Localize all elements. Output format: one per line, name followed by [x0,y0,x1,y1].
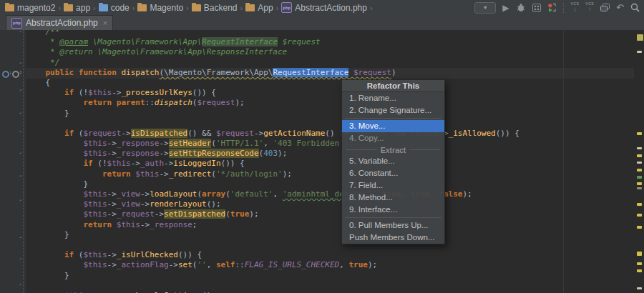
code-line: $this->_view->renderLayout(); [26,199,519,209]
popup-item-1-rename[interactable]: 1. Rename... [342,92,444,104]
fold-marker[interactable]: ˆ [19,153,22,159]
chevron-down-icon: ▼ [483,5,488,10]
fold-marker[interactable]: ˆ [19,237,22,243]
popup-item-9-interface[interactable]: 9. Interface... [342,204,444,216]
breadcrumb-item-magento2[interactable]: magento2 [5,3,55,13]
popup-title: Refactor This [342,80,444,92]
chevron-right-icon: › [132,4,135,12]
folder-icon [64,4,73,11]
php-file-icon: php [281,2,292,13]
code-line: return parent::dispatch($request); [26,98,519,108]
code-line: } [26,271,519,281]
code-line: * @param \Magento\Framework\App\RequestI… [26,37,519,47]
fold-marker[interactable]: ˆ [19,131,22,137]
popup-item-push-members-down[interactable]: Push Members Down... [342,232,444,244]
stripe-mark[interactable] [637,132,642,135]
folder-icon [192,4,201,11]
run-button[interactable]: ▶ [502,2,509,14]
popup-group-extract: Extract [342,144,444,155]
stripe-mark[interactable] [637,34,643,41]
popup-item-7-field[interactable]: 7. Field... [342,179,444,192]
breadcrumb-label: AbstractAction.php [295,3,367,13]
error-stripe[interactable] [635,30,644,293]
breadcrumb-item-app[interactable]: App [245,3,273,13]
chevron-right-icon: › [276,4,279,12]
popup-item-8-method[interactable]: 8. Method... [342,192,444,204]
popup-item-5-variable[interactable]: 5. Variable... [342,155,444,167]
code-line: $this->_actionFlag->set('', self::FLAG_I… [26,260,519,270]
breadcrumb-item-abstractaction-php[interactable]: phpAbstractAction.php [281,2,367,13]
chevron-right-icon: › [186,4,189,12]
stripe-mark[interactable] [637,203,642,206]
code-line: public function dispatch(\Magento\Framew… [26,68,519,78]
fold-marker[interactable]: ˇ [19,31,22,37]
editor[interactable]: ˇˆˇˆˆˆˆˆˆˆˆˆ ↓ ↑ /** * @param \Magento\F… [0,30,644,293]
breadcrumb-item-magento[interactable]: Magento [137,3,183,13]
breadcrumb-item-app[interactable]: app [64,3,90,13]
fold-marker[interactable]: ˆ [19,90,22,96]
breadcrumb: magento2›app›code›Magento›Backend›App›ph… [0,2,375,13]
breadcrumb-item-backend[interactable]: Backend [192,3,238,13]
stripe-mark[interactable] [637,187,642,189]
close-icon[interactable]: × [103,19,107,27]
popup-item-0-pull-members-up[interactable]: 0. Pull Members Up... [342,219,444,232]
tab-bar: php AbstractAction.php × [0,15,644,31]
popup-item-2-change-signature[interactable]: 2. Change Signature... [342,104,444,116]
code-line: $this->_view->loadLayout(array('default'… [26,189,519,199]
toolbar-separator [563,3,565,13]
fold-marker[interactable]: ˆ [19,284,22,290]
code-line: } [26,230,519,240]
stripe-mark[interactable] [637,169,642,172]
code-area[interactable]: /** * @param \Magento\Framework\App\Requ… [26,30,519,293]
breadcrumb-label: code [111,3,130,13]
fold-marker[interactable]: ˆ [19,113,22,119]
code-line: } [26,109,519,119]
folder-icon [137,4,147,11]
profiler-button[interactable] [547,2,557,14]
stripe-mark[interactable] [637,182,642,185]
code-line [26,281,519,291]
code-line: } [26,179,519,189]
stripe-mark[interactable] [637,269,642,272]
vcs-update-button[interactable]: VCS ↓ [571,2,580,14]
stripe-mark[interactable] [637,51,642,53]
breadcrumb-label: Magento [150,3,183,13]
fold-marker[interactable]: ˆ [19,200,22,206]
fold-marker[interactable]: ˆ [19,259,22,264]
stripe-mark[interactable] [637,162,642,164]
breadcrumb-item-code[interactable]: code [99,3,130,13]
stripe-mark[interactable] [637,147,642,149]
fold-line [23,30,24,293]
overriding-method-icon[interactable]: ↑ [12,69,21,78]
popup-item-6-constant[interactable]: 6. Constant... [342,167,444,179]
fold-marker[interactable]: ˆ [19,63,22,69]
recent-windows-button[interactable] [600,2,610,14]
debug-button[interactable] [516,2,526,14]
code-line: if ($request->isDispatched() && $request… [26,129,519,139]
vcs-commit-button[interactable]: VCS ↑ [585,2,594,14]
fold-marker[interactable]: ˆ [19,176,22,182]
stripe-mark[interactable] [637,262,642,265]
search-everywhere-button[interactable] [630,2,640,14]
stripe-mark[interactable] [637,287,642,289]
run-config-dropdown[interactable]: ▼ [474,2,496,14]
code-line: $this->_response->setHeader('HTTP/1.1', … [26,139,519,149]
popup-item-4-copy[interactable]: 4. Copy... [342,132,444,144]
stripe-mark[interactable] [637,154,642,157]
profiler-icon [547,3,557,12]
code-line: * @return \Magento\Framework\App\Respons… [26,47,519,57]
tab-abstractaction-php[interactable]: php AbstractAction.php × [6,15,113,30]
popup-item-3-move[interactable]: 3. Move... [342,120,444,132]
coverage-button[interactable] [532,2,541,14]
vcs-update-arrow-icon: ↓ [573,6,577,13]
undo-button[interactable]: ↶ [616,2,624,14]
stripe-mark[interactable] [637,252,642,256]
folder-icon [5,4,14,11]
stripe-mark[interactable] [637,214,642,217]
stripe-mark[interactable] [637,176,642,179]
vcs-commit-arrow-icon: ↑ [588,6,592,13]
method-is-overridden-icon[interactable]: ↓ [2,69,11,78]
folder-icon [99,4,108,11]
stripe-mark[interactable] [637,226,642,229]
undo-icon: ↶ [616,2,624,13]
